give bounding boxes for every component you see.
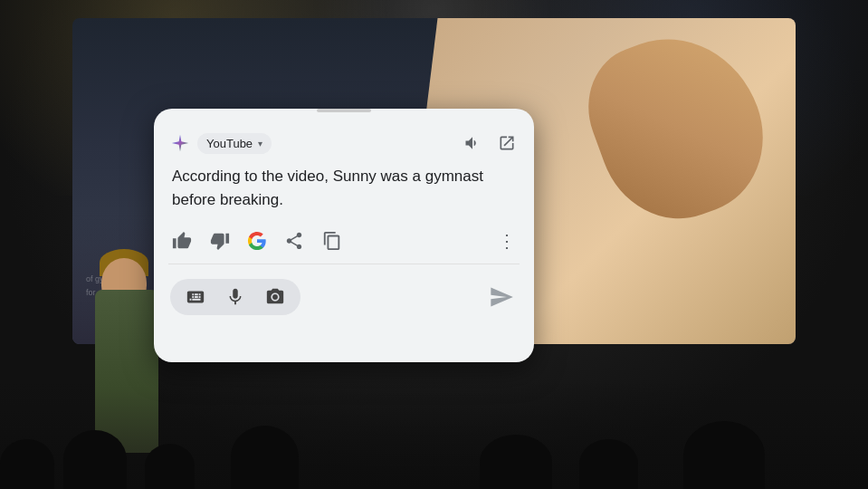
response-text: According to the video, Sunny was a gymn… xyxy=(172,165,516,211)
input-icons-group xyxy=(170,279,300,315)
card-notch xyxy=(317,109,371,112)
card-top-bar-right xyxy=(462,132,518,154)
google-g-icon[interactable] xyxy=(246,230,268,252)
audience-head-4 xyxy=(231,426,299,489)
assistant-card: YouTube ▾ According to the video, Sunny … xyxy=(154,109,534,362)
share-icon[interactable] xyxy=(282,229,306,253)
more-options-button[interactable]: ⋮ xyxy=(498,230,518,252)
gemini-star-icon xyxy=(170,133,190,153)
audience-head-5 xyxy=(480,435,552,489)
card-top-bar: YouTube ▾ xyxy=(154,120,534,161)
card-content: According to the video, Sunny was a gymn… xyxy=(154,161,534,222)
audience-silhouettes xyxy=(0,417,868,489)
thumbs-down-icon[interactable] xyxy=(208,229,232,253)
copy-icon[interactable] xyxy=(320,229,344,253)
svg-point-0 xyxy=(272,294,278,300)
chevron-down-icon: ▾ xyxy=(258,139,262,149)
audience-head-7 xyxy=(683,421,765,489)
audience-head-1 xyxy=(0,439,54,489)
source-pill[interactable]: YouTube ▾ xyxy=(197,133,272,154)
microphone-icon[interactable] xyxy=(224,286,246,308)
action-icons-left xyxy=(170,229,344,253)
card-bottom xyxy=(154,268,534,328)
audience-head-6 xyxy=(579,439,638,489)
card-top-bar-left: YouTube ▾ xyxy=(170,133,272,154)
thumbs-up-icon[interactable] xyxy=(170,229,194,253)
source-name: YouTube xyxy=(206,137,253,150)
send-button[interactable] xyxy=(485,281,518,313)
keyboard-icon[interactable] xyxy=(185,286,206,308)
card-divider xyxy=(168,264,520,264)
external-link-icon[interactable] xyxy=(496,132,518,154)
speaker-icon[interactable] xyxy=(462,132,483,154)
audience-head-2 xyxy=(63,430,127,489)
audience-head-3 xyxy=(145,444,195,489)
camera-icon[interactable] xyxy=(264,286,286,308)
gymnast-figure xyxy=(570,18,786,240)
card-actions: ⋮ xyxy=(154,222,534,260)
